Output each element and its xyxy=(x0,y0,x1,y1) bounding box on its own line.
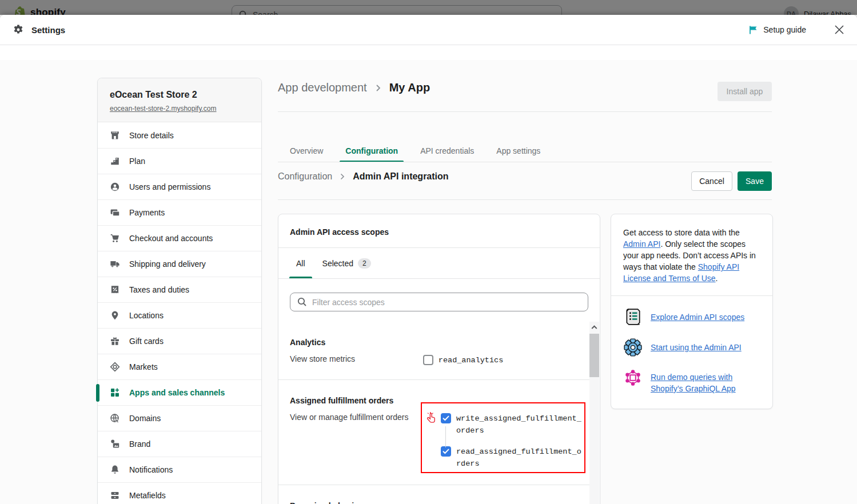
admin-api-info-text: Get access to store data with the Admin … xyxy=(611,214,772,295)
user-menu[interactable]: DA Dilawar Abbas xyxy=(784,6,857,15)
info-text: . xyxy=(716,274,718,283)
sub-breadcrumb-parent-link[interactable]: Configuration xyxy=(278,171,332,182)
scope-tab-selected[interactable]: Selected 2 xyxy=(314,248,380,278)
sidebar-item-label: Locations xyxy=(129,311,164,320)
checkbox-read-analytics[interactable] xyxy=(423,355,433,365)
setup-guide-button[interactable]: Setup guide xyxy=(748,25,806,35)
markets-compass-icon xyxy=(110,362,120,372)
scope-section-browsing-behavior: Browsing behavior ! Includes personally … xyxy=(278,485,589,504)
sidebar-item-label: Brand xyxy=(129,439,150,449)
check-icon xyxy=(443,415,449,421)
sidebar-item-brand[interactable]: Brand xyxy=(98,431,261,457)
payments-card-icon xyxy=(110,207,120,218)
sidebar-item-label: Gift cards xyxy=(129,337,164,346)
cancel-button[interactable]: Cancel xyxy=(691,171,732,191)
tab-configuration[interactable]: Configuration xyxy=(340,139,404,162)
scope-section-description: View or manage fulfillment orders xyxy=(290,413,427,422)
tab-api-credentials[interactable]: API credentials xyxy=(414,139,480,162)
tab-app-settings[interactable]: App settings xyxy=(491,139,546,162)
sidebar-item-label: Users and permissions xyxy=(129,182,210,191)
breadcrumb-parent-link[interactable]: App development xyxy=(278,81,367,94)
explore-admin-api-scopes-link[interactable]: Explore Admin API scopes xyxy=(651,307,744,323)
divider xyxy=(278,199,772,200)
settings-modal-header: Settings Setup guide xyxy=(0,15,857,45)
sidebar-item-label: Metafields xyxy=(129,491,166,500)
settings-modal: Settings Setup guide eOcean Test Store 2 xyxy=(0,15,857,504)
sidebar-item-store-details[interactable]: Store details xyxy=(98,122,261,148)
explore-scopes-link-item: Explore Admin API scopes xyxy=(623,307,760,327)
cart-icon xyxy=(110,233,120,243)
info-text: Get access to store data with the xyxy=(623,228,740,237)
sidebar-item-notifications[interactable]: Notifications xyxy=(98,457,261,482)
scope-filter-tabs: All Selected 2 xyxy=(278,248,600,278)
setup-guide-label: Setup guide xyxy=(763,25,806,34)
tab-overview[interactable]: Overview xyxy=(284,139,329,162)
admin-api-link[interactable]: Admin API xyxy=(623,239,660,249)
sidebar-item-taxes-duties[interactable]: Taxes and duties xyxy=(98,277,261,302)
sidebar-item-markets[interactable]: Markets xyxy=(98,354,261,379)
sidebar-item-checkout-accounts[interactable]: Checkout and accounts xyxy=(98,225,261,251)
page-title: Settings xyxy=(31,25,65,35)
chevron-right-icon xyxy=(375,83,381,93)
sidebar-item-users-permissions[interactable]: Users and permissions xyxy=(98,174,261,199)
sidebar-item-metafields[interactable]: Metafields xyxy=(98,482,261,504)
scrollbar-thumb[interactable] xyxy=(589,334,599,377)
sidebar-item-locations[interactable]: Locations xyxy=(98,302,261,328)
truck-icon xyxy=(110,259,120,269)
user-circle-icon xyxy=(110,182,120,192)
divider xyxy=(278,111,772,112)
sidebar-item-domains[interactable]: Domains xyxy=(98,405,261,431)
gear-pixel-icon xyxy=(623,338,643,357)
sidebar-item-payments[interactable]: Payments xyxy=(98,199,261,225)
click-hand-icon xyxy=(425,411,437,425)
graphiql-link-item: Run demo queries with Shopify’s GraphiQL… xyxy=(623,368,760,394)
sub-breadcrumb-current: Admin API integration xyxy=(353,171,448,182)
tax-percent-icon xyxy=(110,285,120,295)
store-header: eOcean Test Store 2 eocean-test-store-2.… xyxy=(98,78,261,122)
shopify-wordmark: shopify xyxy=(30,7,66,15)
scope-section-heading: Browsing behavior xyxy=(290,501,568,504)
save-button[interactable]: Save xyxy=(738,171,772,191)
scope-connector-line xyxy=(445,426,446,447)
scope-section-heading: Analytics xyxy=(290,338,568,347)
close-icon[interactable] xyxy=(831,22,847,38)
apps-grid-icon xyxy=(110,387,120,398)
install-app-button[interactable]: Install app xyxy=(718,82,772,101)
scope-tab-all[interactable]: All xyxy=(288,248,314,278)
flag-icon xyxy=(748,25,758,35)
checkbox-read-assigned-fulfillment-orders[interactable] xyxy=(441,446,451,457)
brand-image-icon xyxy=(110,439,120,449)
scope-name: read_assigned_fulfillment_orders xyxy=(456,446,584,470)
storefront-icon xyxy=(110,130,120,141)
scrollbar-up-arrow[interactable] xyxy=(589,322,599,331)
filter-access-scopes-input[interactable] xyxy=(290,293,588,311)
checkbox-write-assigned-fulfillment-orders[interactable] xyxy=(441,413,451,423)
sidebar-item-label: Domains xyxy=(129,414,161,423)
scope-tab-selected-label: Selected xyxy=(322,259,353,268)
scope-section-analytics: Analytics View store metrics read_analyt… xyxy=(278,322,589,380)
search-icon xyxy=(297,297,307,307)
scrollbar[interactable] xyxy=(589,322,599,504)
sidebar-item-label: Notifications xyxy=(129,465,173,474)
scope-name: read_analytics xyxy=(439,354,567,366)
scope-tab-all-label: All xyxy=(296,259,305,268)
sidebar-item-label: Shipping and delivery xyxy=(129,259,206,269)
scope-write-assigned-fulfillment-orders: write_assigned_fulfillment_orders xyxy=(441,413,584,437)
sidebar-item-label: Taxes and duties xyxy=(129,285,189,294)
graphql-icon xyxy=(623,368,643,387)
breadcrumb-current: My App xyxy=(389,81,430,94)
store-name: eOcean Test Store 2 xyxy=(110,90,249,100)
start-using-admin-api-link[interactable]: Start using the Admin API xyxy=(651,338,742,353)
run-demo-queries-link[interactable]: Run demo queries with Shopify’s GraphiQL… xyxy=(651,368,760,394)
sidebar-item-apps-sales-channels[interactable]: Apps and sales channels xyxy=(98,379,261,405)
global-search-input[interactable]: Search xyxy=(232,5,562,15)
admin-topbar: shopify Search DA Dilawar Abbas xyxy=(0,0,857,15)
admin-api-info-card: Get access to store data with the Admin … xyxy=(611,214,773,409)
sidebar-item-shipping-delivery[interactable]: Shipping and delivery xyxy=(98,251,261,277)
admin-api-links: Explore Admin API scopes Start usin xyxy=(611,296,772,409)
start-admin-api-link-item: Start using the Admin API xyxy=(623,338,760,357)
scope-list: Analytics View store metrics read_analyt… xyxy=(278,322,600,504)
sidebar-item-gift-cards[interactable]: Gift cards xyxy=(98,328,261,354)
store-domain-link[interactable]: eocean-test-store-2.myshopify.com xyxy=(110,105,217,113)
sidebar-item-plan[interactable]: Plan xyxy=(98,148,261,174)
